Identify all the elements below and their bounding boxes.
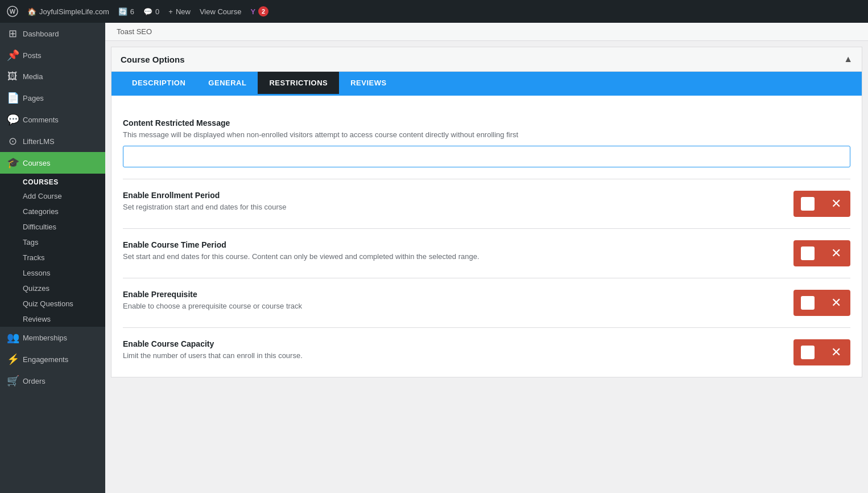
comments-item[interactable]: 💬 0 <box>143 7 159 16</box>
content-restricted-desc: This message will be displayed when non-… <box>123 130 850 140</box>
sidebar-label-memberships: Memberships <box>23 334 67 342</box>
course-capacity-info: Enable Course Capacity Limit the number … <box>123 339 793 361</box>
home-icon: 🏠 <box>27 7 36 16</box>
submenu-header: Courses <box>0 174 105 188</box>
yoast-item[interactable]: Y 2 <box>250 6 268 17</box>
course-time-period-check-inner <box>801 246 815 260</box>
courses-icon: 🎓 <box>7 157 18 169</box>
sidebar-item-engagements[interactable]: ⚡ Engagements <box>0 348 105 370</box>
tab-restrictions[interactable]: RESTRICTIONS <box>258 72 339 96</box>
content-restricted-input[interactable] <box>123 146 850 167</box>
enrollment-period-header: Enable Enrollment Period Set registratio… <box>123 191 850 217</box>
submenu-tracks[interactable]: Tracks <box>0 250 105 265</box>
course-capacity-desc: Limit the number of users that can enrol… <box>123 351 793 361</box>
sidebar-label-engagements: Engagements <box>23 355 68 364</box>
course-capacity-check-button[interactable] <box>793 339 822 365</box>
course-options-panel: Course Options ▲ DESCRIPTION GENERAL RES… <box>111 47 862 377</box>
admin-bar: W 🏠 JoyfulSimpleLife.com 🔄 6 💬 0 + New V… <box>0 0 868 23</box>
courses-submenu: Courses Add Course Categories Difficulti… <box>0 174 105 327</box>
content-restricted-section: Content Restricted Message This message … <box>123 107 850 179</box>
panel-collapse-button[interactable]: ▲ <box>844 54 853 64</box>
prerequisite-title: Enable Prerequisite <box>123 290 793 299</box>
view-course-item[interactable]: View Course <box>200 7 241 16</box>
toasty-seo-bar: Toast SEO <box>105 23 868 41</box>
course-capacity-toggle: ✕ <box>793 339 850 365</box>
tab-reviews[interactable]: REVIEWS <box>339 72 398 96</box>
sidebar-label-dashboard: Dashboard <box>23 30 59 38</box>
enrollment-period-check-button[interactable] <box>793 191 822 217</box>
sidebar-item-memberships[interactable]: 👥 Memberships <box>0 327 105 348</box>
enrollment-period-toggle: ✕ <box>793 191 850 217</box>
sidebar-item-comments[interactable]: 💬 Comments <box>0 109 105 130</box>
course-time-period-info: Enable Course Time Period Set start and … <box>123 240 793 262</box>
sidebar-item-orders[interactable]: 🛒 Orders <box>0 370 105 392</box>
posts-icon: 📌 <box>7 49 18 61</box>
memberships-icon: 👥 <box>7 331 18 344</box>
course-capacity-x-button[interactable]: ✕ <box>822 339 850 365</box>
prerequisite-toggle: ✕ <box>793 290 850 316</box>
course-time-period-toggle: ✕ <box>793 240 850 266</box>
sidebar-label-posts: Posts <box>23 51 42 60</box>
submenu-quiz-questions[interactable]: Quiz Questions <box>0 296 105 311</box>
sidebar-item-lifterlms[interactable]: ⊙ LifterLMS <box>0 130 105 152</box>
prerequisite-desc: Enable to choose a prerequisite course o… <box>123 301 793 311</box>
prerequisite-check-button[interactable] <box>793 290 822 316</box>
pages-icon: 📄 <box>7 92 18 104</box>
comments-icon: 💬 <box>143 7 152 16</box>
lifterlms-icon: ⊙ <box>7 135 18 147</box>
enrollment-period-desc: Set registration start and end dates for… <box>123 202 793 212</box>
site-name-item[interactable]: 🏠 JoyfulSimpleLife.com <box>27 7 109 16</box>
prerequisite-check-inner <box>801 296 815 310</box>
wp-logo-item[interactable]: W <box>7 6 18 17</box>
updates-item[interactable]: 🔄 6 <box>118 7 134 16</box>
tabs-bar: DESCRIPTION GENERAL RESTRICTIONS REVIEWS <box>111 72 862 96</box>
dashboard-icon: ⊞ <box>7 27 18 40</box>
course-time-period-check-button[interactable] <box>793 240 822 266</box>
prerequisite-section: Enable Prerequisite Enable to choose a p… <box>123 278 850 328</box>
enrollment-period-x-icon: ✕ <box>831 196 841 211</box>
enrollment-period-x-button[interactable]: ✕ <box>822 191 850 217</box>
course-time-period-x-icon: ✕ <box>831 246 841 261</box>
tab-description[interactable]: DESCRIPTION <box>121 72 197 96</box>
sidebar-label-lifterlms: LifterLMS <box>23 137 55 146</box>
sidebar-item-courses[interactable]: 🎓 Courses <box>0 152 105 174</box>
prerequisite-x-button[interactable]: ✕ <box>822 290 850 316</box>
sidebar-item-posts[interactable]: 📌 Posts <box>0 44 105 66</box>
submenu-difficulties[interactable]: Difficulties <box>0 219 105 235</box>
submenu-lessons[interactable]: Lessons <box>0 265 105 281</box>
sidebar-item-media[interactable]: 🖼 Media <box>0 66 105 87</box>
submenu-add-course[interactable]: Add Course <box>0 188 105 204</box>
enrollment-period-section: Enable Enrollment Period Set registratio… <box>123 179 850 229</box>
sidebar: ⊞ Dashboard 📌 Posts 🖼 Media 📄 Pages 💬 Co… <box>0 23 105 493</box>
new-item[interactable]: + New <box>168 7 191 16</box>
sidebar-item-dashboard[interactable]: ⊞ Dashboard <box>0 23 105 44</box>
submenu-tags[interactable]: Tags <box>0 235 105 250</box>
main-layout: ⊞ Dashboard 📌 Posts 🖼 Media 📄 Pages 💬 Co… <box>0 23 868 493</box>
sidebar-label-pages: Pages <box>23 94 44 102</box>
sidebar-label-comments: Comments <box>23 116 59 124</box>
sidebar-item-pages[interactable]: 📄 Pages <box>0 87 105 109</box>
wp-logo-icon: W <box>7 6 18 17</box>
main-content: Toast SEO Course Options ▲ DESCRIPTION G… <box>105 23 868 493</box>
updates-icon: 🔄 <box>118 7 127 16</box>
course-time-period-header: Enable Course Time Period Set start and … <box>123 240 850 266</box>
view-course-label: View Course <box>200 7 241 16</box>
submenu-reviews[interactable]: Reviews <box>0 311 105 327</box>
course-time-period-x-button[interactable]: ✕ <box>822 240 850 266</box>
course-capacity-check-inner <box>801 346 815 359</box>
prerequisite-header: Enable Prerequisite Enable to choose a p… <box>123 290 850 316</box>
course-time-period-title: Enable Course Time Period <box>123 240 793 249</box>
enrollment-period-title: Enable Enrollment Period <box>123 191 793 200</box>
new-label: New <box>176 7 191 16</box>
panel-body: Content Restricted Message This message … <box>111 96 862 377</box>
panel-header: Course Options ▲ <box>111 47 862 72</box>
submenu-categories[interactable]: Categories <box>0 204 105 219</box>
tab-general[interactable]: GENERAL <box>197 72 258 96</box>
media-icon: 🖼 <box>7 71 18 83</box>
site-name: JoyfulSimpleLife.com <box>39 7 109 16</box>
submenu-quizzes[interactable]: Quizzes <box>0 281 105 296</box>
orders-icon: 🛒 <box>7 375 18 387</box>
sidebar-label-media: Media <box>23 72 43 81</box>
plus-icon: + <box>168 7 173 16</box>
course-capacity-section: Enable Course Capacity Limit the number … <box>123 328 850 377</box>
